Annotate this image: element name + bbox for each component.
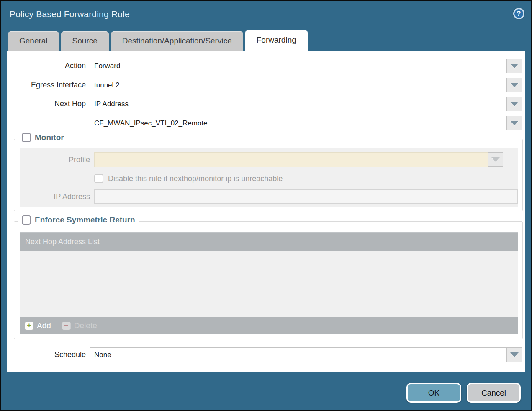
tab-destination-application-service[interactable]: Destination/Application/Service <box>111 31 243 51</box>
next-hop-address-list-header: Next Hop Address List <box>20 232 518 251</box>
schedule-label: Schedule <box>7 350 90 359</box>
monitor-panel: Profile Disable this rule if nexthop/mon… <box>20 148 518 207</box>
chevron-down-icon <box>510 64 519 68</box>
schedule-field <box>90 347 522 362</box>
pbf-rule-dialog: Policy Based Forwarding Rule ? General S… <box>0 0 532 411</box>
delete-button-label: Delete <box>74 321 97 330</box>
minus-glyph: − <box>64 322 69 329</box>
monitor-group: Monitor Profile Disabl <box>14 139 523 211</box>
next-hop-address-row <box>7 116 522 130</box>
cancel-button[interactable]: Cancel <box>467 383 521 403</box>
chevron-down-icon <box>510 83 519 87</box>
egress-interface-row: Egress Interface <box>7 78 522 92</box>
action-dropdown-button[interactable] <box>506 59 522 73</box>
next-hop-address-dropdown-button[interactable] <box>506 116 522 130</box>
chevron-down-icon <box>491 157 500 162</box>
next-hop-row: Next Hop <box>7 97 522 111</box>
next-hop-label: Next Hop <box>7 100 90 108</box>
add-plus-icon: + <box>25 322 33 330</box>
monitor-checkbox[interactable] <box>22 133 31 142</box>
monitor-ip-address-label: IP Address <box>20 192 94 201</box>
monitor-ip-address-input <box>94 189 518 204</box>
schedule-input[interactable] <box>90 347 507 362</box>
tab-bar: General Source Destination/Application/S… <box>8 30 524 51</box>
help-icon[interactable]: ? <box>513 8 524 19</box>
monitor-legend-label: Monitor <box>35 133 64 142</box>
next-hop-address-list-toolbar: + Add − Delete <box>20 317 518 334</box>
plus-glyph: + <box>27 322 31 329</box>
profile-dropdown-button <box>488 152 503 167</box>
add-button[interactable]: + Add <box>25 321 51 330</box>
chevron-down-icon <box>510 352 519 357</box>
disable-rule-spacer <box>20 174 94 183</box>
egress-interface-field <box>90 78 522 92</box>
action-row: Action <box>7 59 522 73</box>
profile-row: Profile <box>20 152 518 167</box>
next-hop-address-spacer <box>7 119 90 128</box>
profile-input <box>94 152 488 167</box>
forwarding-tab-panel: Action Egress Interface Next Hop <box>7 51 525 372</box>
monitor-legend: Monitor <box>18 133 68 142</box>
action-input[interactable] <box>90 59 507 73</box>
title-bar: Policy Based Forwarding Rule ? <box>1 1 531 29</box>
disable-rule-row: Disable this rule if nexthop/monitor ip … <box>20 173 518 184</box>
next-hop-type-field <box>90 97 522 111</box>
tab-source[interactable]: Source <box>61 31 109 51</box>
schedule-dropdown-button[interactable] <box>506 347 522 362</box>
profile-label: Profile <box>20 156 94 164</box>
egress-interface-label: Egress Interface <box>7 81 90 89</box>
action-field <box>90 59 522 73</box>
enforce-legend: Enforce Symmetric Return <box>18 215 139 225</box>
chevron-down-icon <box>510 121 519 125</box>
next-hop-address-list-body[interactable] <box>20 251 518 317</box>
enforce-legend-label: Enforce Symmetric Return <box>35 215 135 225</box>
enforce-symmetric-return-group: Enforce Symmetric Return Next Hop Addres… <box>14 221 523 339</box>
profile-field <box>94 152 503 167</box>
tab-general[interactable]: General <box>8 31 59 51</box>
disable-rule-checkbox <box>94 174 103 183</box>
chevron-down-icon <box>510 102 519 106</box>
delete-button: − Delete <box>62 321 97 330</box>
egress-interface-dropdown-button[interactable] <box>506 78 522 92</box>
next-hop-type-input[interactable] <box>90 97 507 111</box>
enforce-symmetric-return-checkbox[interactable] <box>22 215 31 225</box>
tab-forwarding[interactable]: Forwarding <box>245 30 308 51</box>
egress-interface-input[interactable] <box>90 78 507 92</box>
monitor-ip-address-row: IP Address <box>20 189 518 204</box>
next-hop-type-dropdown-button[interactable] <box>506 97 522 111</box>
disable-rule-label: Disable this rule if nexthop/monitor ip … <box>108 174 283 183</box>
next-hop-address-list-table: Next Hop Address List + Add − Delete <box>20 232 518 334</box>
add-button-label: Add <box>37 321 51 330</box>
delete-minus-icon: − <box>62 322 71 330</box>
next-hop-address-input[interactable] <box>90 116 507 130</box>
next-hop-address-field <box>90 116 522 130</box>
ok-button[interactable]: OK <box>406 383 461 403</box>
action-label: Action <box>7 61 90 70</box>
schedule-row: Schedule <box>7 347 522 362</box>
dialog-title: Policy Based Forwarding Rule <box>10 9 130 19</box>
